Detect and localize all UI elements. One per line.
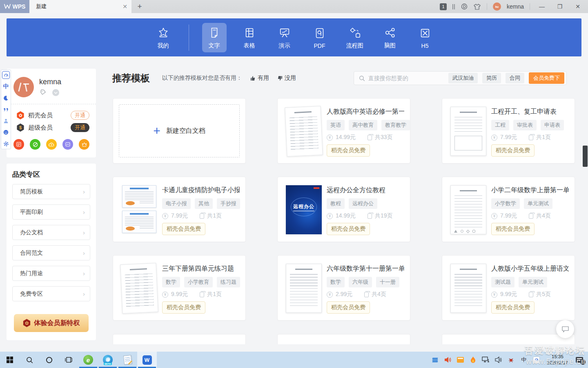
template-card[interactable]: 工程开工、复工申请表工程审批表申请表¥7.99元共1页稻壳会员免费 — [442, 98, 575, 164]
taskbar-search-button[interactable] — [20, 352, 39, 368]
doc-type-sheet[interactable]: 表格 — [237, 23, 262, 52]
doc-type-writer[interactable]: 文字 — [202, 23, 227, 52]
tab-new[interactable]: 新建 ✕ — [29, 0, 131, 13]
settings-gear-icon[interactable] — [2, 140, 10, 148]
avatar[interactable]: ku — [493, 2, 501, 11]
template-card[interactable]: 人教版高中英语必修一第一...英语高中教育教育教学¥14.99元共33页稻壳会员… — [277, 98, 410, 164]
template-tag[interactable]: 单元测试 — [519, 277, 547, 287]
hotword-1[interactable]: 简历 — [482, 73, 501, 83]
task-view-button[interactable] — [59, 352, 78, 368]
tab-close-icon[interactable]: ✕ — [122, 3, 127, 10]
antivirus-tray-icon[interactable] — [507, 355, 516, 364]
member-free-download-button[interactable]: 会员免费下 — [529, 72, 564, 84]
hotword-0[interactable]: 武汉加油 — [448, 73, 478, 83]
cortana-button[interactable] — [39, 352, 59, 368]
template-tag[interactable]: 练习题 — [217, 277, 240, 287]
template-tag[interactable]: 手抄报 — [217, 198, 240, 209]
doc-type-flow[interactable]: 流程图 — [343, 23, 367, 52]
template-tag[interactable]: 电子小报 — [162, 198, 191, 209]
scrollbar-thumb[interactable] — [583, 146, 588, 167]
template-tag[interactable]: 小学数学 — [491, 198, 520, 209]
stack-tray-icon[interactable] — [431, 355, 440, 364]
docer-icon[interactable] — [461, 3, 468, 10]
profile-avatar[interactable] — [13, 77, 34, 97]
search-input[interactable] — [368, 75, 448, 81]
doc-type-mine[interactable]: 我的 — [151, 23, 176, 52]
action-center-button[interactable]: 1 — [574, 355, 585, 364]
template-tag[interactable]: 审批表 — [513, 120, 537, 130]
hotword-2[interactable]: 合同 — [506, 73, 524, 83]
cloud-perk-icon[interactable] — [46, 139, 57, 150]
wps-logo[interactable]: WPS — [0, 0, 29, 13]
template-card[interactable]: 小学二年级数学上册第一单...小学数学单元测试¥7.99元共4页稻壳会员免费 — [442, 177, 575, 242]
template-tag[interactable]: 远程办公 — [349, 198, 377, 209]
template-tag[interactable]: 英语 — [327, 120, 345, 130]
taskbar-clock[interactable]: 15:35 2020/2/17 — [545, 354, 570, 366]
category-item-3[interactable]: 合同范文› — [12, 245, 90, 260]
browser-beta-taskbar-icon[interactable]: BETA — [98, 352, 118, 368]
not-useful-button[interactable]: 没用 — [277, 74, 296, 82]
member-privilege-button[interactable]: ✿ 体验会员新特权 — [14, 314, 89, 332]
template-tag[interactable]: 单元测试 — [524, 198, 552, 209]
template-tag[interactable]: 工程 — [491, 120, 509, 130]
window-orange-tray-icon[interactable] — [456, 355, 465, 364]
super-open-button[interactable]: 开通 — [71, 123, 89, 132]
template-tag[interactable]: 申请表 — [541, 120, 564, 130]
template-tag[interactable]: 教育教学 — [381, 120, 410, 130]
ime-indicator[interactable]: 中 — [519, 355, 528, 364]
chinese-lang-icon[interactable]: 中 — [2, 83, 10, 90]
volume-tray-icon[interactable] — [494, 355, 503, 364]
feedback-smiley-icon[interactable] — [2, 128, 10, 136]
new-blank-doc-button[interactable]: + 新建空白文档 — [119, 104, 240, 157]
docer-open-button[interactable]: 开通 — [71, 111, 89, 120]
template-card[interactable]: 六年级数学第十一册第一单...数学六年级十一册¥2.99元共4页稻壳会员免费 — [277, 255, 410, 321]
close-button[interactable]: ✕ — [572, 2, 584, 11]
template-card[interactable]: 卡通儿童疫情防护电子小报电子小报其他手抄报¥7.99元共1页稻壳会员免费 — [113, 177, 246, 242]
chevron-down-icon[interactable] — [52, 89, 59, 96]
start-button[interactable] — [0, 352, 20, 368]
template-card[interactable]: 远程办公远程办公全方位教程教程远程办公¥14.99元共19页稻壳会员免费 — [277, 177, 410, 242]
contacts-icon[interactable] — [2, 117, 10, 125]
doc-type-mind[interactable]: 脑图 — [378, 23, 402, 52]
chat-feedback-fab[interactable] — [556, 320, 574, 338]
browser-360-taskbar-icon[interactable]: e — [78, 352, 98, 368]
tab-count-badge[interactable]: 1 — [440, 3, 447, 10]
wps-tray-icon[interactable] — [532, 355, 541, 364]
new-tab-button[interactable]: + — [131, 0, 148, 13]
crown-perk-icon[interactable] — [79, 139, 89, 150]
notepad-taskbar-icon[interactable] — [118, 352, 137, 368]
template-card[interactable]: 三年下册第四单元练习题数学小学教育练习题¥9.99元共1页稻壳会员免费 — [113, 255, 246, 321]
dashboard-icon[interactable] — [2, 71, 10, 79]
category-item-0[interactable]: 简历模板› — [12, 184, 90, 199]
category-item-1[interactable]: 平面印刷› — [12, 204, 90, 220]
night-mode-icon[interactable] — [2, 94, 10, 102]
template-perk-icon[interactable] — [13, 139, 24, 150]
doc-type-h5[interactable]: H5 — [413, 23, 437, 52]
template-tag[interactable]: 高中教育 — [349, 120, 377, 130]
no-ads-perk-icon[interactable] — [30, 139, 40, 150]
template-tag[interactable]: 数学 — [162, 277, 180, 287]
template-tag[interactable]: 测试题 — [491, 277, 514, 287]
tag-icon[interactable] — [40, 89, 46, 97]
template-tag[interactable]: 十一册 — [376, 277, 399, 287]
template-tag[interactable]: 教程 — [327, 198, 345, 209]
voice-icon[interactable] — [2, 105, 10, 113]
template-tag[interactable]: 其他 — [195, 198, 213, 209]
template-tag[interactable]: 小学教育 — [184, 277, 213, 287]
firewall-tray-icon[interactable] — [469, 355, 478, 364]
template-card[interactable]: 人教版小学五年级上册语文...测试题单元测试¥9.99元共5页稻壳会员免费 — [442, 255, 575, 321]
doc-type-pdf[interactable]: PDF — [307, 23, 332, 52]
volume-red-tray-icon[interactable] — [443, 355, 452, 364]
maximize-button[interactable]: ❐ — [554, 2, 566, 11]
wps-taskbar-icon[interactable]: W — [137, 352, 157, 368]
category-item-5[interactable]: 免费专区› — [12, 286, 90, 301]
doc-type-slides[interactable]: 演示 — [272, 23, 297, 52]
skin-icon[interactable] — [474, 3, 481, 10]
username[interactable]: kemna — [507, 3, 524, 10]
network-tray-icon[interactable] — [481, 355, 490, 364]
category-item-4[interactable]: 热门用途› — [12, 266, 90, 281]
template-tag[interactable]: 六年级 — [349, 277, 372, 287]
category-item-2[interactable]: 办公文档› — [12, 225, 90, 240]
gallery-perk-icon[interactable] — [62, 139, 73, 150]
minimize-button[interactable]: — — [536, 2, 548, 11]
